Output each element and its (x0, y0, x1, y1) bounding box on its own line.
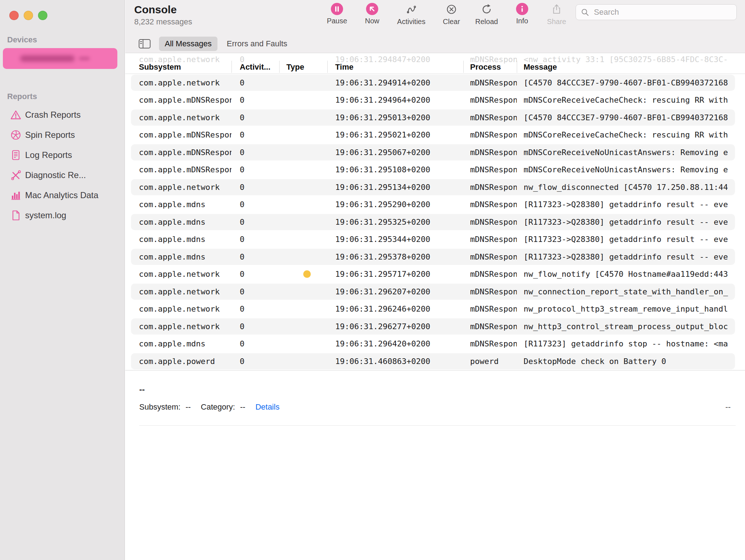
sidebar-item-label: Diagnostic Re... (25, 170, 86, 180)
table-row[interactable]: com.apple.mdns019:06:31.295290+0200mDNSR… (125, 196, 745, 214)
cell-activity: 0 (231, 148, 279, 157)
devices-section-label: Devices (7, 35, 125, 45)
cell-activity: 0 (231, 322, 279, 331)
cell-subsystem: com.apple.mdns (125, 339, 231, 348)
now-arrow-icon (366, 3, 378, 15)
cell-message: nw_flow_disconnected [C4570 17.250.88.11… (517, 183, 745, 192)
sidebar-item-device-selected[interactable] (3, 48, 117, 69)
table-row[interactable]: com.apple.network019:06:31.296277+0200mD… (125, 318, 745, 335)
table-row[interactable]: com.apple.mDNSResponder019:06:31.295108+… (125, 161, 745, 179)
column-header-process[interactable]: Process (463, 61, 517, 74)
cell-subsystem: com.apple.mDNSResponder (125, 148, 231, 157)
cell-activity: 0 (231, 304, 279, 313)
table-row[interactable]: com.apple.mDNSResponder019:06:31.295021+… (125, 126, 745, 144)
sidebar-item-label: system.log (25, 210, 66, 220)
cell-subsystem: com.apple.network (125, 270, 231, 279)
detail-field-category: Category:-- (201, 402, 245, 412)
table-row[interactable]: com.apple.mDNSResponder019:06:31.294964+… (125, 92, 745, 109)
table-row[interactable]: com.apple.network019:06:31.296246+0200mD… (125, 300, 745, 318)
cell-process: mDNSResponder (463, 78, 517, 87)
close-window-button[interactable] (9, 11, 19, 20)
sidebar-item-system-log[interactable]: system.log (0, 205, 125, 225)
table-row[interactable]: com.apple.network019:06:31.296207+0200mD… (125, 283, 745, 300)
cell-activity: 0 (231, 130, 279, 139)
pause-button[interactable]: Pause (319, 3, 355, 25)
cell-subsystem: com.apple.mDNSResponder (125, 130, 231, 139)
cell-time: 19:06:31.296420+0200 (327, 339, 463, 348)
cell-activity: 0 (231, 252, 279, 261)
zoom-window-button[interactable] (38, 11, 47, 20)
column-header-activit-[interactable]: Activit... (231, 61, 279, 74)
column-header-type[interactable]: Type (279, 61, 327, 74)
table-row[interactable]: com.apple.network019:06:31.295717+0200mD… (125, 266, 745, 283)
info-icon (516, 3, 528, 15)
sidebar-item-label: Log Reports (25, 150, 72, 160)
cell-process: mDNSResponder (463, 165, 517, 174)
traffic-lights (9, 11, 47, 20)
cell-subsystem: com.apple.mDNSResponder (125, 95, 231, 104)
log-table: com.apple.network019:06:31.294847+0200mD… (125, 53, 745, 370)
tools-icon (10, 169, 22, 181)
cell-activity: 0 (231, 78, 279, 87)
detail-title: -- (139, 385, 745, 395)
share-button: Share (539, 3, 575, 26)
reload-button[interactable]: Reload (469, 3, 505, 26)
column-header-time[interactable]: Time (327, 61, 463, 74)
cell-message: [R117323->Q28380] getaddrinfo result -- … (517, 235, 745, 244)
cell-process: mDNSResponder (463, 183, 517, 192)
sidebar-item-mac-analytics-data[interactable]: Mac Analytics Data (0, 185, 125, 205)
sidebar-item-log-reports[interactable]: Log Reports (0, 145, 125, 165)
cell-message: mDNSCoreReceiveCacheCheck: rescuing RR w… (517, 130, 745, 139)
cell-activity: 0 (231, 339, 279, 348)
table-row[interactable]: com.apple.mdns019:06:31.295325+0200mDNSR… (125, 213, 745, 231)
cell-subsystem: com.apple.network (125, 78, 231, 87)
toggle-sidebar-button[interactable] (138, 38, 151, 49)
sidebar-item-spin-reports[interactable]: Spin Reports (0, 125, 125, 145)
cell-process: mDNSResponder (463, 95, 517, 104)
cell-subsystem: com.apple.mdns (125, 200, 231, 209)
info-label: Info (516, 17, 528, 25)
cell-process: mDNSResponder (463, 252, 517, 261)
sidebar-item-crash-reports[interactable]: Crash Reports (0, 105, 125, 125)
details-link[interactable]: Details (256, 402, 280, 412)
tab-errors-and-faults[interactable]: Errors and Faults (221, 37, 293, 51)
cell-subsystem: com.apple.network (125, 113, 231, 122)
detail-field-label: Category: (201, 402, 235, 412)
table-row[interactable]: com.apple.mDNSResponder019:06:31.295067+… (125, 144, 745, 161)
page-title: Console (134, 4, 192, 16)
tab-all-messages[interactable]: All Messages (159, 37, 217, 51)
table-row[interactable]: com.apple.mdns019:06:31.295378+0200mDNSR… (125, 248, 745, 266)
cell-process: mDNSResponder (463, 270, 517, 279)
cell-message: [R117323] getaddrinfo stop -- hostname: … (517, 339, 745, 348)
warning-type-dot (303, 270, 311, 278)
cell-process: mDNSResponder (463, 200, 517, 209)
cell-message: mDNSCoreReceiveCacheCheck: rescuing RR w… (517, 95, 745, 104)
info-button[interactable]: Info (504, 3, 540, 25)
table-row[interactable]: com.apple.mdns019:06:31.296420+0200mDNSR… (125, 335, 745, 353)
clear-button[interactable]: Clear (434, 3, 469, 26)
table-row[interactable]: com.apple.network019:06:31.295013+0200mD… (125, 109, 745, 126)
cell-message: mDNSCoreReceiveNoUnicastAnswers: Removin… (517, 148, 745, 157)
table-row[interactable]: com.apple.network019:06:31.294914+0200mD… (125, 74, 745, 92)
cell-time: 19:06:31.295325+0200 (327, 218, 463, 227)
cell-subsystem: com.apple.mdns (125, 235, 231, 244)
clear-label: Clear (443, 18, 460, 26)
search-field[interactable] (576, 4, 737, 20)
minimize-window-button[interactable] (24, 11, 33, 20)
cell-time: 19:06:31.296277+0200 (327, 322, 463, 331)
search-input[interactable] (593, 7, 732, 17)
table-row[interactable]: com.apple.powerd019:06:31.460863+0200pow… (125, 353, 745, 370)
now-button[interactable]: Now (354, 3, 390, 25)
cell-activity: 0 (231, 113, 279, 122)
reports-section-label: Reports (7, 92, 125, 101)
column-header-message[interactable]: Message (517, 61, 745, 74)
cell-subsystem: com.apple.network (125, 322, 231, 331)
sidebar-item-diagnostic-re-[interactable]: Diagnostic Re... (0, 165, 125, 185)
pause-icon (331, 3, 343, 15)
column-header-subsystem[interactable]: Subsystem (125, 61, 231, 74)
detail-info-line: Subsystem:--Category:-- Details -- (139, 402, 731, 412)
table-row[interactable]: com.apple.mdns019:06:31.295344+0200mDNSR… (125, 231, 745, 248)
activities-button[interactable]: Activities (393, 3, 429, 26)
table-row[interactable]: com.apple.network019:06:31.295134+0200mD… (125, 178, 745, 196)
detail-field-label: Subsystem: (139, 402, 181, 412)
